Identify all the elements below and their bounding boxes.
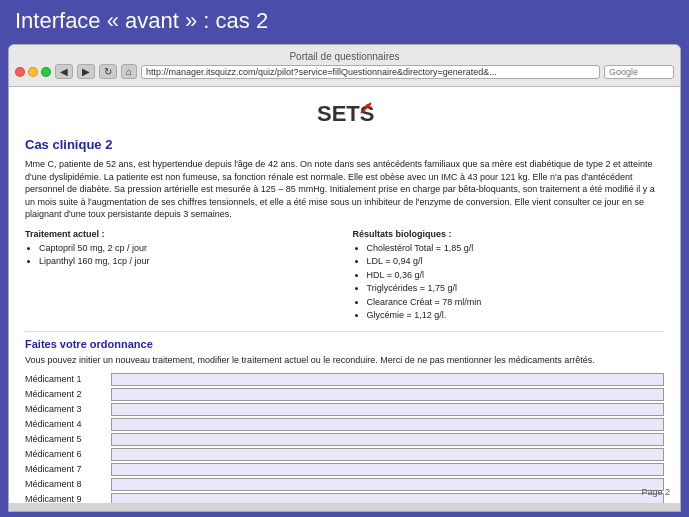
med-label-2: Médicament 2: [25, 389, 105, 399]
close-button[interactable]: [15, 67, 25, 77]
med-label-6: Médicament 6: [25, 449, 105, 459]
back-button[interactable]: ◀: [55, 64, 73, 79]
med-input-3[interactable]: [111, 403, 664, 416]
list-item: HDL = 0,36 g/l: [367, 269, 665, 283]
med-row-6: Médicament 6: [25, 448, 664, 461]
med-input-4[interactable]: [111, 418, 664, 431]
med-input-9[interactable]: [111, 493, 664, 503]
med-label-1: Médicament 1: [25, 374, 105, 384]
med-input-8[interactable]: [111, 478, 664, 491]
biology-list: Cholestérol Total = 1,85 g/l LDL = 0,94 …: [353, 242, 665, 323]
header-bar: Interface « avant » : cas 2: [0, 0, 689, 44]
treatment-list: Captopril 50 mg, 2 cp / jour Lipanthyl 1…: [25, 242, 337, 269]
two-column-section: Traitement actuel : Captopril 50 mg, 2 c…: [25, 229, 664, 323]
treatment-header: Traitement actuel :: [25, 229, 337, 239]
biology-column: Résultats biologiques : Cholestérol Tota…: [353, 229, 665, 323]
med-label-5: Médicament 5: [25, 434, 105, 444]
address-bar[interactable]: [141, 65, 600, 79]
browser-top-row: ◀ ▶ ↻ ⌂: [15, 64, 674, 79]
med-row-9: Médicament 9: [25, 493, 664, 503]
med-input-7[interactable]: [111, 463, 664, 476]
browser-window: Portail de questionnaires ◀ ▶ ↻ ⌂ SETS: [8, 44, 681, 512]
page-title: Interface « avant » : cas 2: [15, 8, 268, 34]
med-row-2: Médicament 2: [25, 388, 664, 401]
home-button[interactable]: ⌂: [121, 64, 137, 79]
refresh-button[interactable]: ↻: [99, 64, 117, 79]
logo-area: SETS: [25, 95, 664, 131]
med-label-7: Médicament 7: [25, 464, 105, 474]
clinical-text: Mme C, patiente de 52 ans, est hypertend…: [25, 158, 664, 221]
med-row-5: Médicament 5: [25, 433, 664, 446]
maximize-button[interactable]: [41, 67, 51, 77]
med-input-1[interactable]: [111, 373, 664, 386]
list-item: Clearance Créat = 78 ml/min: [367, 296, 665, 310]
list-item: Triglycérides = 1,75 g/l: [367, 282, 665, 296]
med-label-9: Médicament 9: [25, 494, 105, 503]
med-label-3: Médicament 3: [25, 404, 105, 414]
list-item: Captopril 50 mg, 2 cp / jour: [39, 242, 337, 256]
med-row-1: Médicament 1: [25, 373, 664, 386]
med-row-8: Médicament 8: [25, 478, 664, 491]
med-row-4: Médicament 4: [25, 418, 664, 431]
med-row-7: Médicament 7: [25, 463, 664, 476]
list-item: Glycémie = 1,12 g/l.: [367, 309, 665, 323]
page-content: SETS Cas clinique 2 Mme C, patiente de 5…: [9, 87, 680, 503]
search-bar[interactable]: [604, 65, 674, 79]
med-input-5[interactable]: [111, 433, 664, 446]
list-item: Cholestérol Total = 1,85 g/l: [367, 242, 665, 256]
med-input-6[interactable]: [111, 448, 664, 461]
medication-fields: Médicament 1 Médicament 2 Médicament 3 M…: [25, 373, 664, 503]
browser-title: Portail de questionnaires: [15, 49, 674, 64]
ordonnance-subtitle: Vous pouvez initier un nouveau traitemen…: [25, 354, 664, 367]
minimize-button[interactable]: [28, 67, 38, 77]
list-item: Lipanthyl 160 mg, 1cp / jour: [39, 255, 337, 269]
med-label-8: Médicament 8: [25, 479, 105, 489]
biology-header: Résultats biologiques :: [353, 229, 665, 239]
logo-icon: SETS: [315, 95, 375, 131]
forward-button[interactable]: ▶: [77, 64, 95, 79]
case-title: Cas clinique 2: [25, 137, 664, 152]
window-buttons: [15, 67, 51, 77]
page-number: Page 2: [641, 487, 670, 497]
med-row-3: Médicament 3: [25, 403, 664, 416]
med-label-4: Médicament 4: [25, 419, 105, 429]
list-item: LDL = 0,94 g/l: [367, 255, 665, 269]
browser-chrome: Portail de questionnaires ◀ ▶ ↻ ⌂: [9, 45, 680, 87]
med-input-2[interactable]: [111, 388, 664, 401]
ordonnance-title: Faites votre ordonnance: [25, 331, 664, 350]
treatment-column: Traitement actuel : Captopril 50 mg, 2 c…: [25, 229, 337, 323]
